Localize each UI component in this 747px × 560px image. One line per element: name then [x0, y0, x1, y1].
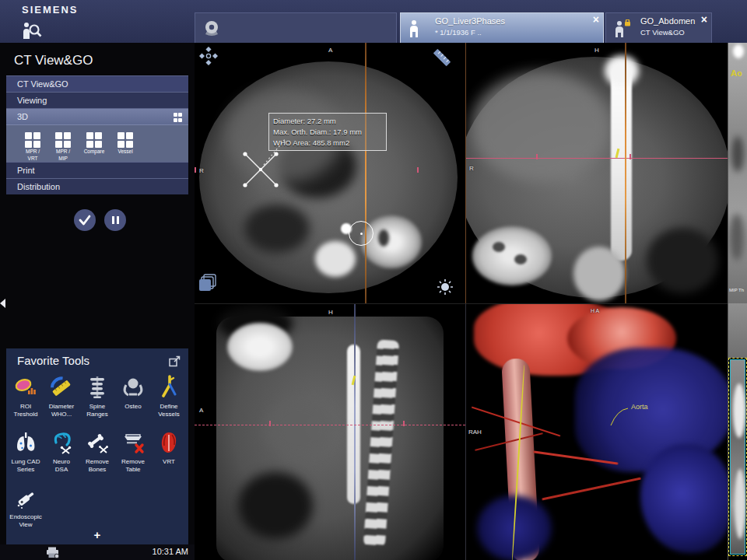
tool-define-vessels[interactable]: Define Vessels — [152, 375, 186, 418]
pan-icon[interactable] — [199, 47, 218, 65]
sidebar-collapse-arrow[interactable] — [0, 299, 5, 308]
orientation-label-side: A — [199, 407, 203, 414]
close-icon[interactable]: × — [593, 14, 599, 25]
coronal-reference-line[interactable] — [354, 304, 356, 560]
tool-endoscopic-view[interactable]: Endoscopic View — [9, 485, 43, 528]
orientation-label-top: H — [328, 309, 333, 316]
selected-range-box[interactable] — [728, 358, 747, 556]
sagittal-reference-line[interactable] — [365, 43, 366, 303]
vrt-icon — [156, 430, 182, 455]
favorite-tools-grid: ROI Treshold Diameter WHO... — [8, 375, 187, 528]
close-icon[interactable]: × — [701, 14, 707, 25]
ct-anatomy-blob — [731, 136, 744, 172]
check-icon — [74, 209, 96, 231]
tab-subtitle: CT View&GO — [640, 28, 685, 37]
mpr-mip-button[interactable]: MPR / MIP — [47, 128, 79, 161]
strip-label: MIP Th — [729, 288, 744, 292]
menu-item-viewing[interactable]: Viewing — [6, 92, 188, 108]
page-title: CT View&GO — [14, 53, 93, 68]
mip-side-panel[interactable]: Ao MIP Th — [728, 43, 747, 560]
tab-go-liver3phases[interactable]: GO_Liver3Phases * 1/1/1936 F .. × — [400, 12, 604, 43]
workflow-menu: CT View&GO Viewing 3D MPR / VRT MPR / MI… — [6, 75, 188, 194]
ct-anatomy-blob — [244, 205, 310, 253]
diameter-cross-marker[interactable] — [230, 117, 307, 194]
axial-reference-line[interactable] — [466, 158, 728, 159]
reference-tick — [403, 421, 405, 426]
tool-neuro-dsa[interactable]: Neuro DSA — [44, 430, 79, 473]
orientation-label-top: H A — [591, 308, 599, 313]
menu-item-print[interactable]: Print — [6, 162, 188, 178]
pause-icon — [117, 216, 120, 224]
tool-vrt[interactable]: VRT — [152, 430, 186, 473]
ct-anatomy-blob — [472, 226, 552, 285]
tab-go-abdomen[interactable]: GO_Abdomen CT View&GO × — [605, 12, 712, 43]
add-tool-button[interactable]: + — [6, 528, 188, 541]
series-stack-icon[interactable] — [198, 273, 218, 293]
menu-item-distribution[interactable]: Distribution — [6, 178, 188, 194]
roi-circle-marker[interactable] — [349, 221, 374, 246]
siemens-logo: SIEMENS — [22, 4, 79, 16]
lung-cad-icon — [12, 430, 39, 455]
patient-search-icon[interactable] — [20, 21, 42, 40]
diameter-who-icon — [48, 375, 75, 400]
ct-anatomy-blob — [733, 44, 744, 58]
roi-threshold-icon — [12, 375, 39, 400]
ct-anatomy-blob — [611, 65, 632, 261]
left-sidebar: CT View&GO CT View&GO Viewing 3D MPR / V… — [0, 43, 195, 544]
3d-tools-panel: MPR / VRT MPR / MIP Compare Vessel — [6, 124, 188, 162]
tab-title: GO_Liver3Phases — [435, 16, 505, 26]
menu-item-ct-viewgo[interactable]: CT View&GO — [6, 75, 188, 92]
tool-remove-table[interactable]: Remove Table — [116, 430, 150, 473]
orientation-label-side: RAH — [468, 429, 482, 436]
vessel-icon — [117, 132, 133, 148]
vrt-3d-view[interactable]: Aorta H A RAH — [465, 303, 728, 560]
tool-spine-ranges[interactable]: Spine Ranges — [80, 375, 114, 418]
ct-anatomy-blob — [730, 214, 744, 261]
series-disc-icon — [203, 19, 220, 37]
tool-remove-bones[interactable]: Remove Bones — [80, 430, 114, 473]
tab-title: GO_Abdomen — [640, 16, 695, 26]
ct-anatomy-blob — [238, 472, 313, 539]
remove-table-icon — [120, 430, 146, 455]
sagittal-view[interactable]: H A — [195, 303, 465, 560]
coronal-view[interactable]: H R — [465, 43, 728, 303]
ct-anatomy-blob — [514, 254, 527, 264]
image-viewport: Diameter: 27.2 mm Max. Orth. Diam.: 17.9… — [195, 43, 747, 560]
ct-anatomy-blob — [573, 247, 625, 301]
windowing-sun-icon[interactable] — [436, 278, 454, 296]
menu-item-3d[interactable]: 3D — [6, 108, 188, 124]
neuro-dsa-icon — [48, 430, 75, 455]
orientation-label-top: A — [328, 47, 332, 54]
coronal-reference-tick — [417, 167, 419, 173]
ruler-icon[interactable] — [430, 46, 454, 69]
ct-anatomy-blob — [605, 55, 639, 86]
patient-browser-button[interactable] — [195, 12, 397, 43]
coronal-reference-tick — [195, 167, 196, 173]
compare-button[interactable]: Compare — [79, 128, 110, 156]
tool-roi-threshold[interactable]: ROI Treshold — [9, 375, 43, 418]
mip-strip-image — [728, 43, 747, 303]
ct-anatomy-blob — [361, 215, 422, 268]
top-bar: SIEMENS GO_Liver3Phases * 1/1/1936 F .. … — [0, 0, 747, 43]
printer-icon[interactable] — [45, 546, 61, 559]
tool-osteo[interactable]: Osteo — [116, 375, 150, 418]
ct-anatomy-blob — [265, 397, 335, 460]
mip-strip-image — [728, 303, 747, 358]
tool-diameter-who[interactable]: Diameter WHO... — [44, 375, 79, 418]
selected-range-image — [730, 359, 745, 555]
orientation-label-top: H — [594, 47, 599, 54]
roi-center-dot — [360, 233, 363, 235]
ct-anatomy-blob — [315, 241, 356, 277]
mpr-vrt-button[interactable]: MPR / VRT — [17, 128, 48, 161]
ct-anatomy-blob — [647, 228, 718, 293]
undock-panel-icon[interactable] — [169, 355, 181, 367]
sagittal-reference-line[interactable] — [625, 43, 626, 303]
confirm-button[interactable] — [74, 209, 96, 231]
axial-reference-line[interactable] — [195, 425, 465, 425]
pause-button[interactable] — [104, 209, 126, 231]
vessel-button[interactable]: Vessel — [110, 128, 141, 156]
axial-view[interactable]: Diameter: 27.2 mm Max. Orth. Diam.: 17.9… — [195, 43, 465, 303]
tool-lung-cad[interactable]: Lung CAD Series — [9, 430, 43, 473]
mpr-mip-icon — [55, 132, 71, 148]
vessel-label[interactable]: Aorta — [631, 403, 648, 411]
